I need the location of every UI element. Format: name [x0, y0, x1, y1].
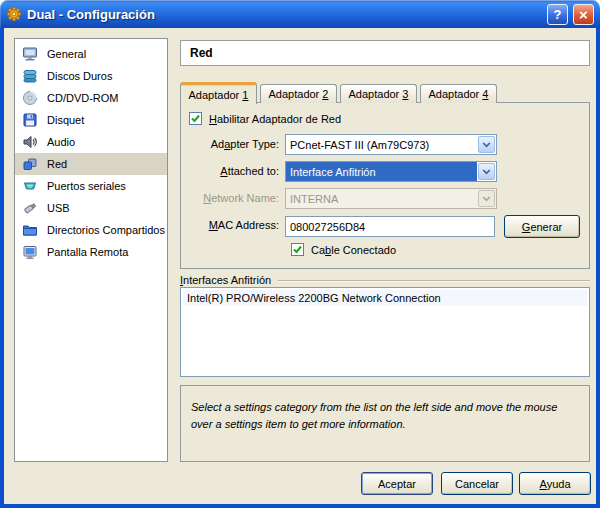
tab-adaptador-2[interactable]: Adaptador 2 [260, 84, 337, 103]
sidebar-item-puertos-seriales[interactable]: Puertos seriales [15, 175, 167, 197]
close-icon[interactable]: × [573, 4, 594, 25]
sidebar-item-disquet[interactable]: Disquet [15, 109, 167, 131]
tab-adaptador-4[interactable]: Adaptador 4 [420, 84, 497, 103]
attached-to-label: Attached to: [183, 161, 279, 182]
context-help-text: Select a settings category from the list… [191, 401, 557, 430]
enable-adapter-checkbox[interactable]: Habilitar Adaptador de Red [189, 112, 341, 125]
network-name-select: INTERNA [285, 188, 497, 209]
network-name-label: Network Name: [183, 188, 279, 209]
sidebar-item-label: Disquet [47, 114, 84, 126]
sidebar-item-label: CD/DVD-ROM [47, 92, 119, 104]
cd-dvd-icon [22, 90, 38, 106]
window-title: Dual - Configuración [27, 7, 542, 22]
sidebar-item-label: Audio [47, 136, 75, 148]
settings-dialog: Dual - Configuración ? × General Discos … [0, 0, 600, 508]
cancel-button[interactable]: Cancelar [441, 472, 513, 495]
remote-display-icon [22, 244, 38, 260]
tab-adaptador-3[interactable]: Adaptador 3 [340, 84, 417, 103]
accept-button[interactable]: Aceptar [361, 472, 433, 495]
adapter-type-select[interactable]: PCnet-FAST III (Am79C973) [285, 134, 497, 155]
sidebar-item-label: Red [47, 158, 67, 170]
sidebar-item-usb[interactable]: USB [15, 197, 167, 219]
sidebar-item-audio[interactable]: Audio [15, 131, 167, 153]
dialog-client-area: General Discos Duros CD/DVD-ROM Disquet [0, 28, 600, 508]
adapter-tab-panel: Habilitar Adaptador de Red Adapter Type:… [180, 102, 590, 269]
mac-address-label: MAC Address: [183, 215, 279, 236]
sidebar-item-label: Pantalla Remota [47, 246, 128, 258]
adapter-type-label: Adapter Type: [183, 134, 279, 155]
chevron-down-icon[interactable] [478, 163, 495, 180]
sidebar-item-label: Directorios Compartidos [47, 224, 165, 236]
mac-address-input[interactable] [285, 216, 495, 237]
shared-folder-icon [22, 222, 38, 238]
sidebar-item-label: General [47, 48, 86, 60]
audio-icon [22, 134, 38, 150]
serial-port-icon [22, 178, 38, 194]
hard-disks-icon [22, 68, 38, 84]
settings-category-list: General Discos Duros CD/DVD-ROM Disquet [14, 38, 168, 462]
floppy-icon [22, 112, 38, 128]
sidebar-item-pantalla-remota[interactable]: Pantalla Remota [15, 241, 167, 263]
attached-to-select[interactable]: Interface Anfitrión [285, 161, 497, 182]
tab-adaptador-1[interactable]: Adaptador 1 [180, 82, 257, 104]
titlebar-help-button[interactable]: ? [547, 4, 568, 25]
sidebar-item-general[interactable]: General [15, 43, 167, 65]
checkbox-checked-icon[interactable] [189, 112, 202, 125]
enable-adapter-label: Habilitar Adaptador de Red [209, 113, 341, 125]
cable-connected-label: Cable Conectado [311, 244, 396, 256]
sidebar-item-red[interactable]: Red [15, 153, 167, 175]
general-icon [22, 46, 38, 62]
context-help-panel: Select a settings category from the list… [180, 385, 590, 462]
help-button[interactable]: Ayuda [519, 472, 591, 495]
sidebar-item-label: USB [47, 202, 70, 214]
usb-icon [22, 200, 38, 216]
generate-mac-button[interactable]: Generar [504, 215, 580, 238]
adapter-tabbar: Adaptador 1 Adaptador 2 Adaptador 3 Adap… [180, 81, 497, 103]
cable-connected-checkbox[interactable]: Cable Conectado [291, 243, 396, 256]
titlebar: Dual - Configuración ? × [0, 0, 600, 28]
checkbox-checked-icon[interactable] [291, 243, 304, 256]
sidebar-item-discos-duros[interactable]: Discos Duros [15, 65, 167, 87]
sidebar-item-label: Puertos seriales [47, 180, 126, 192]
sidebar-item-directorios-compartidos[interactable]: Directorios Compartidos [15, 219, 167, 241]
host-interface-list-item[interactable]: Intel(R) PRO/Wireless 2200BG Network Con… [183, 290, 587, 306]
chevron-down-icon[interactable] [478, 136, 495, 153]
page-title: Red [180, 40, 590, 66]
virtualbox-settings-gear-icon [6, 6, 22, 22]
host-interfaces-group-label: Interfaces Anfitrión [180, 274, 590, 286]
host-interfaces-list[interactable]: Intel(R) PRO/Wireless 2200BG Network Con… [180, 287, 590, 377]
chevron-down-icon [478, 190, 495, 207]
sidebar-item-cd-dvd-rom[interactable]: CD/DVD-ROM [15, 87, 167, 109]
network-icon [22, 156, 38, 172]
sidebar-item-label: Discos Duros [47, 70, 112, 82]
